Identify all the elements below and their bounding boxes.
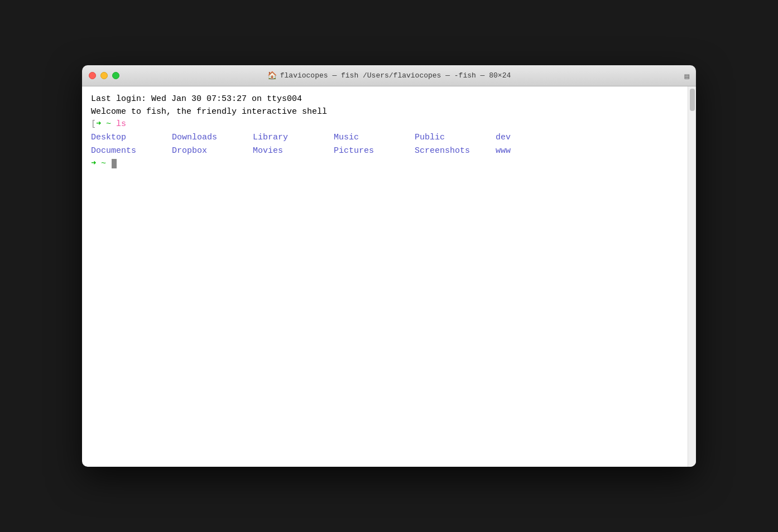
welcome-line: Welcome to fish, the friendly interactiv… [91, 106, 687, 119]
list-item: Desktop [91, 131, 172, 144]
scrollbar-icon: ▤ [685, 71, 689, 80]
prompt-line-2: ➜ ~ [91, 158, 687, 171]
scrollbar[interactable] [688, 86, 696, 467]
prompt-arrow-2: ➜ [91, 158, 96, 171]
maximize-button[interactable] [112, 72, 119, 79]
prompt-tilde-1: ~ [101, 118, 116, 131]
cursor [112, 159, 117, 168]
list-item: Music [334, 131, 415, 144]
list-item: Pictures [334, 144, 415, 158]
login-line: Last login: Wed Jan 30 07:53:27 on ttys0… [91, 93, 687, 106]
title-text: flaviocopes — fish /Users/flaviocopes — … [280, 71, 511, 80]
terminal-body[interactable]: Last login: Wed Jan 30 07:53:27 on ttys0… [82, 86, 696, 467]
terminal-window: 🏠 flaviocopes — fish /Users/flaviocopes … [82, 65, 696, 467]
prompt-line-1: [ ➜ ~ ls [91, 118, 687, 131]
bracket-open: [ [91, 118, 96, 131]
list-item: Library [253, 131, 334, 144]
list-item: Downloads [172, 131, 253, 144]
home-icon: 🏠 [267, 71, 277, 80]
close-button[interactable] [89, 72, 96, 79]
list-item: Screenshots [415, 144, 496, 158]
list-item: dev [496, 131, 577, 144]
list-item: Public [415, 131, 496, 144]
ls-output: Desktop Downloads Library Music Public d… [91, 131, 687, 158]
traffic-lights [89, 72, 119, 79]
list-item: www [496, 144, 577, 158]
prompt-arrow-1: ➜ [96, 118, 101, 131]
minimize-button[interactable] [100, 72, 108, 79]
list-item: Documents [91, 144, 172, 158]
prompt-tilde-2: ~ [96, 158, 111, 171]
window-title: 🏠 flaviocopes — fish /Users/flaviocopes … [267, 71, 511, 80]
prompt-command: ls [116, 118, 126, 131]
list-item: Movies [253, 144, 334, 158]
list-item: Dropbox [172, 144, 253, 158]
scrollbar-thumb[interactable] [690, 89, 695, 111]
titlebar: 🏠 flaviocopes — fish /Users/flaviocopes … [82, 65, 696, 86]
